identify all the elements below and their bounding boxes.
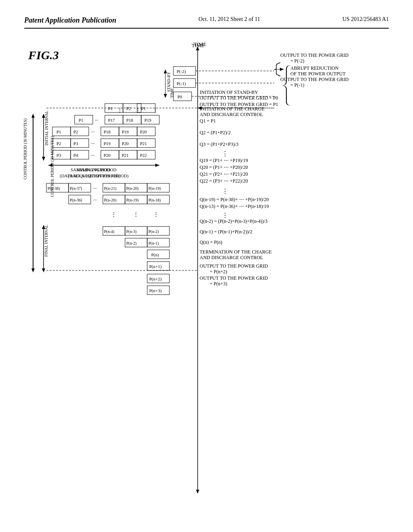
svg-text:P(n-2): P(n-2) xyxy=(148,229,159,234)
svg-text:P1: P1 xyxy=(141,106,146,111)
svg-text:···: ··· xyxy=(91,141,95,146)
svg-text:TIME: TIME xyxy=(170,88,174,98)
svg-rect-39 xyxy=(52,139,71,148)
sampling-period-label: SAMPLING PERIOD xyxy=(71,167,111,172)
svg-text:P(n-21): P(n-21) xyxy=(104,186,117,191)
svg-marker-16 xyxy=(164,94,167,98)
svg-text:P2: P2 xyxy=(126,106,131,111)
svg-text:P1: P1 xyxy=(108,106,113,111)
page-header: Patent Application Publication Oct. 11, … xyxy=(24,16,389,29)
q20-eq: Q20 = (P1+ ⋯ +P20)/20 xyxy=(200,164,248,170)
qn-eq: Q(n) = P(n) xyxy=(200,239,222,245)
eq-pn3: = P(n+3) xyxy=(210,281,227,287)
svg-text:⋮: ⋮ xyxy=(153,212,159,218)
svg-text:P19: P19 xyxy=(144,118,152,123)
svg-text:P21: P21 xyxy=(140,141,147,146)
svg-text:···: ··· xyxy=(91,129,95,135)
svg-marker-4 xyxy=(196,490,199,494)
abrupt-reduction-label: ABRUPT REDUCTION xyxy=(290,65,338,71)
svg-text:P(n-18): P(n-18) xyxy=(148,198,161,203)
svg-text:P17: P17 xyxy=(108,118,115,123)
svg-line-127 xyxy=(276,62,280,64)
termination-charge-label: TERMINATION OF THE CHARGE xyxy=(200,249,272,255)
and-discharge-label: AND DISCHARGE CONTROL xyxy=(200,112,263,118)
eq-p-neg2: = P(-2) xyxy=(290,58,304,64)
qn19-eq: Q(n-19) = P(n-38)+ ⋯ +P(n-19)/20 xyxy=(200,197,269,203)
svg-marker-121 xyxy=(31,268,35,272)
svg-text:···: ··· xyxy=(93,185,97,191)
svg-text:P(n): P(n) xyxy=(151,252,159,258)
q22-eq: Q22 = (P3+ ⋯ +P22)/20 xyxy=(200,178,248,184)
svg-text:P18: P18 xyxy=(126,118,133,123)
qn13-eq: Q(n-13) = P(n-36)+ ⋯ +P(n-18)/19 xyxy=(200,204,269,210)
header-title: Patent Application Publication xyxy=(24,16,116,25)
svg-text:P(n-4): P(n-4) xyxy=(104,229,115,234)
svg-text:P(n-37): P(n-37) xyxy=(70,186,82,191)
initiation-standby-label: INITIATION OF STAND-BY xyxy=(200,89,258,96)
svg-text:P(n-1): P(n-1) xyxy=(148,241,159,246)
svg-marker-67 xyxy=(155,164,159,167)
eq-p-neg1: = P(-1) xyxy=(290,82,304,88)
svg-text:···: ··· xyxy=(93,197,97,203)
q1-eq: Q1 = P1 xyxy=(200,118,216,124)
of-power-output-label: OF THE POWER OUTPUT xyxy=(290,71,346,77)
output-pn3-label: OUTPUT TO THE POWER GRID xyxy=(200,275,268,281)
and-discharge2-label: AND DISCHARGE CONTROL xyxy=(200,255,263,261)
svg-text:P2: P2 xyxy=(73,129,78,134)
svg-text:INITIAL INTERVAL: INITIAL INTERVAL xyxy=(44,110,49,145)
svg-text:P(n-19): P(n-19) xyxy=(126,198,139,203)
svg-text:P20: P20 xyxy=(122,141,129,146)
svg-marker-117 xyxy=(42,268,45,272)
qn2-eq: Q(n-2) = (P(n-2)+P(n-3)+P(n-4))/3 xyxy=(200,218,267,224)
svg-text:P(-2): P(-2) xyxy=(177,69,186,74)
svg-text:P2: P2 xyxy=(56,141,61,146)
header-date-sheet: Oct. 11, 2012 Sheet 2 of 11 xyxy=(198,16,260,23)
svg-text:P20: P20 xyxy=(104,153,111,158)
svg-text:P(n-19): P(n-19) xyxy=(148,186,161,191)
q2-eq: Q2 = (P1+P2)/2 xyxy=(200,130,231,136)
svg-text:···: ··· xyxy=(95,117,98,123)
output-p-neg2-label: OUTPUT TO THE POWER GRID xyxy=(280,52,348,58)
dots-mid: ⋮ xyxy=(222,150,228,158)
svg-text:CONTROL PERIOD (30 MINUTES): CONTROL PERIOD (30 MINUTES) xyxy=(50,136,55,197)
svg-text:P3: P3 xyxy=(56,153,61,158)
svg-rect-19 xyxy=(75,115,93,124)
svg-text:⋮: ⋮ xyxy=(133,212,139,218)
svg-text:P(n-3): P(n-3) xyxy=(126,229,137,234)
svg-text:P(n+2): P(n+2) xyxy=(149,276,162,282)
svg-text:⋮: ⋮ xyxy=(111,212,117,218)
svg-marker-120 xyxy=(31,114,35,118)
svg-text:P(n+3): P(n+3) xyxy=(149,288,162,293)
svg-text:P21: P21 xyxy=(122,153,129,158)
header-patent-num: US 2012/256483 A1 xyxy=(342,16,389,23)
svg-text:FINAL INTERVAL: FINAL INTERVAL xyxy=(44,225,48,257)
qn1-eq: Q(n-1) = (P(n-1)+P(n-2))/2 xyxy=(200,229,252,235)
svg-text:P4: P4 xyxy=(73,153,78,158)
time-label: TIME xyxy=(192,42,204,49)
svg-text:P20: P20 xyxy=(140,129,147,134)
q21-eq: Q21 = (P2+ ⋯ +P21)/20 xyxy=(200,171,248,177)
diagram-area: TIME P(-2) P(-1) P0 xyxy=(24,40,407,516)
eq-pn2: = P(n+2) xyxy=(210,269,227,275)
svg-text:P3: P3 xyxy=(73,141,78,146)
svg-text:P1: P1 xyxy=(79,118,83,123)
svg-text:P19: P19 xyxy=(104,141,111,146)
initiation-charge-label: INITIATION OF THE CHARGE xyxy=(200,106,265,112)
data-acquisition-label: (DATA ACQUISITION PERIOD) xyxy=(60,173,121,178)
svg-text:P18: P18 xyxy=(104,129,111,134)
output-p0-label: OUTPUT TO THE POWER GRID = P0 xyxy=(200,95,278,101)
q19-eq: Q19 = (P1+ ⋯ +P19)/19 xyxy=(200,158,248,164)
svg-rect-28 xyxy=(52,127,71,136)
svg-text:P(n-20): P(n-20) xyxy=(126,186,139,191)
svg-text:P(n+1): P(n+1) xyxy=(149,264,162,269)
svg-text:P(n-20): P(n-20) xyxy=(104,198,117,203)
svg-text:···: ··· xyxy=(91,152,95,158)
svg-text:P1: P1 xyxy=(56,129,61,134)
svg-rect-11 xyxy=(173,92,192,101)
control-period-label: CONTROL PERIOD (30 MINUTES) xyxy=(23,118,27,180)
svg-text:P22: P22 xyxy=(140,153,147,158)
svg-text:P19: P19 xyxy=(122,129,129,134)
svg-rect-50 xyxy=(52,150,71,159)
svg-text:P0: P0 xyxy=(177,94,182,99)
svg-line-128 xyxy=(276,74,280,76)
